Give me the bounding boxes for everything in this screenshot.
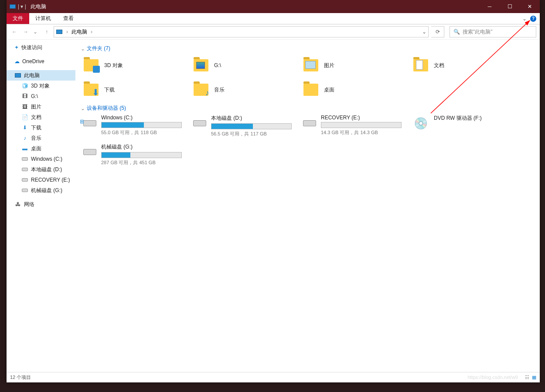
drive-name: RECOVERY (E:) [321,115,402,121]
folder-tile[interactable]: 图片 [300,55,410,76]
folder-label: 3D 对象 [104,62,123,69]
sidebar-item-quick[interactable]: ✦快速访问 [7,42,75,53]
forward-button[interactable]: → [21,29,30,35]
search-placeholder: 搜索"此电脑" [463,28,493,36]
maximize-button[interactable]: ☐ [500,0,520,13]
sidebar-item-downloads[interactable]: ⬇下载 [7,122,75,133]
ribbon: 文件 计算机 查看 ⌄ ? [7,13,540,24]
sidebar-item-e[interactable]: RECOVERY (E:) [7,175,75,185]
drive-name: 机械磁盘 (G:) [101,143,182,151]
drive-icon [82,143,97,161]
folder-tile[interactable]: ♪音乐 [191,79,300,100]
chevron-right-icon: › [89,29,94,35]
sidebar-item-onedrive[interactable]: ☁OneDrive [7,56,75,67]
drive-bar [321,122,402,128]
sidebar-item-network[interactable]: 🖧网络 [7,199,75,210]
tab-computer[interactable]: 计算机 [29,13,57,24]
chevron-right-icon: › [65,29,70,35]
titlebar[interactable]: | ▾ | 此电脑 ─ ☐ ✕ [7,0,540,13]
sidebar-item-3d[interactable]: 🧊3D 对象 [7,81,75,91]
address-dropdown[interactable]: ⌄ [422,29,426,35]
sidebar-item-music[interactable]: ♪音乐 [7,133,75,143]
watermark: https://blog.csdn.net/w9 [467,375,518,380]
folder-tile[interactable]: G:\ [191,55,300,76]
folder-icon: ⬇ [82,81,100,98]
sidebar-item-c[interactable]: Windows (C:) [7,154,75,164]
drive-bar [101,152,182,158]
close-button[interactable]: ✕ [520,0,540,13]
group-drives[interactable]: ⌄设备和驱动器 (5) [81,105,535,112]
titlebar-icon: | ▾ | [7,3,26,10]
drive-tile[interactable]: RECOVERY (E:)14.3 GB 可用，共 14.3 GB [300,115,410,137]
search-icon: 🔍 [453,29,460,35]
navbar: ← → ⌄ ↑ › 此电脑 › ⌄ ⟳ 🔍 搜索"此电脑" [7,24,540,39]
folder-label: 文档 [434,62,444,69]
statusbar: 12 个项目 https://blog.csdn.net/w9 ☷ ▦ [7,372,540,382]
content-pane: ⌄文件夹 (7) 3D 对象G:\图片文档⬇下载♪音乐桌面 ⌄设备和驱动器 (5… [75,40,540,372]
help-icon[interactable]: ? [530,16,536,22]
drive-name: Windows (C:) [101,115,182,121]
drive-icon: 💿 [412,115,429,132]
recent-menu[interactable]: ⌄ [31,29,40,35]
drive-icon: ⊞ [82,115,97,132]
drive-bar [211,123,292,129]
drive-stat: 56.5 GB 可用，共 117 GB [211,131,292,137]
drive-stat: 287 GB 可用，共 451 GB [101,159,182,166]
sidebar-item-gdrive[interactable]: 🎞G:\ [7,91,75,101]
sidebar-item-docs[interactable]: 📄文档 [7,112,75,122]
folder-label: 下载 [104,86,115,94]
folder-icon [412,57,429,74]
address-bar[interactable]: › 此电脑 › ⌄ [54,26,429,37]
window-title: 此电脑 [26,3,46,10]
drive-tile[interactable]: ⊞Windows (C:)55.0 GB 可用，共 118 GB [81,115,191,137]
sidebar: ✦快速访问 ☁OneDrive 此电脑 🧊3D 对象 🎞G:\ 🖼图片 📄文档 … [7,40,75,372]
folder-icon [302,81,320,98]
folder-tile[interactable]: 3D 对象 [81,55,191,76]
folder-label: 桌面 [324,86,334,94]
folder-label: G:\ [214,62,221,68]
drive-tile[interactable]: 本地磁盘 (D:)56.5 GB 可用，共 117 GB [191,115,300,137]
folder-icon [302,57,320,74]
pc-icon [56,28,63,35]
tab-file[interactable]: 文件 [7,13,29,24]
explorer-window: | ▾ | 此电脑 ─ ☐ ✕ 文件 计算机 查看 ⌄ ? ← → ⌄ ↑ › … [7,0,540,382]
drive-tile[interactable]: 💿DVD RW 驱动器 (F:) [410,115,520,137]
back-button[interactable]: ← [10,29,19,35]
sidebar-item-thispc[interactable]: 此电脑 [7,70,75,81]
drive-stat: 14.3 GB 可用，共 14.3 GB [321,129,402,136]
large-view-icon[interactable]: ▦ [532,375,536,380]
sidebar-item-d[interactable]: 本地磁盘 (D:) [7,164,75,175]
up-button[interactable]: ↑ [42,29,51,35]
ribbon-expand-icon[interactable]: ⌄ [522,16,527,22]
details-view-icon[interactable]: ☷ [525,375,529,380]
folder-tile[interactable]: 桌面 [300,79,410,100]
sidebar-item-desktop[interactable]: ▬桌面 [7,143,75,154]
tab-view[interactable]: 查看 [57,13,80,24]
drive-stat: 55.0 GB 可用，共 118 GB [101,129,182,136]
drive-icon [302,115,317,132]
drive-bar [101,122,182,128]
refresh-button[interactable]: ⟳ [431,26,444,37]
item-count: 12 个项目 [10,374,31,381]
group-folders[interactable]: ⌄文件夹 (7) [81,45,535,52]
folder-icon: ♪ [192,81,210,98]
sidebar-item-pictures[interactable]: 🖼图片 [7,101,75,112]
folder-icon [192,57,210,74]
drive-icon [192,115,207,132]
search-box[interactable]: 🔍 搜索"此电脑" [450,26,536,37]
folder-tile[interactable]: 文档 [410,55,520,76]
drive-name: DVD RW 驱动器 (F:) [434,115,511,122]
drive-name: 本地磁盘 (D:) [211,115,292,122]
minimize-button[interactable]: ─ [480,0,500,13]
folder-label: 音乐 [214,86,225,94]
breadcrumb[interactable]: 此电脑 [72,28,87,36]
folder-label: 图片 [324,62,334,69]
folder-tile[interactable]: ⬇下载 [81,79,191,100]
folder-icon [82,57,100,74]
drive-tile[interactable]: 机械磁盘 (G:)287 GB 可用，共 451 GB [81,143,191,166]
sidebar-item-g[interactable]: 机械磁盘 (G:) [7,185,75,196]
